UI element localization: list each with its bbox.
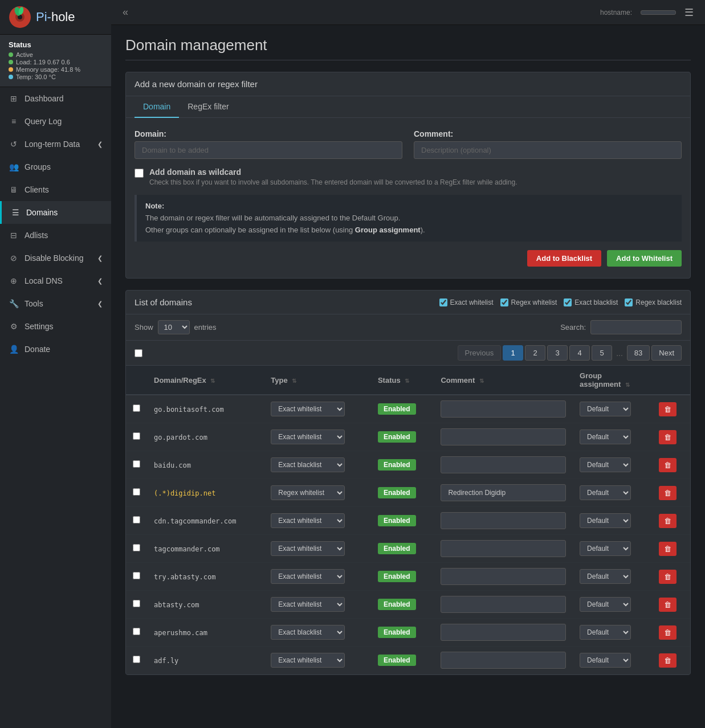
- pagination-page-5[interactable]: 5: [592, 345, 612, 361]
- comment-cell-input[interactable]: [441, 400, 566, 418]
- type-select[interactable]: Exact whitelist Exact blacklist Regex wh…: [271, 541, 345, 556]
- group-select[interactable]: Default: [580, 541, 631, 556]
- col-domain[interactable]: Domain/RegEx ⇅: [147, 366, 264, 395]
- comment-cell-input[interactable]: [441, 428, 566, 445]
- pagination-page-2[interactable]: 2: [525, 345, 545, 361]
- sidebar-collapse-button[interactable]: «: [123, 6, 128, 18]
- note-box: Note: The domain or regex filter will be…: [135, 195, 682, 242]
- type-select[interactable]: Exact whitelist Exact blacklist Regex wh…: [271, 402, 345, 416]
- comment-cell-input[interactable]: [441, 484, 566, 501]
- delete-row-button[interactable]: 🗑: [659, 570, 677, 584]
- pagination-prev-button[interactable]: Previous: [458, 345, 502, 361]
- add-blacklist-button[interactable]: Add to Blacklist: [527, 250, 601, 267]
- app-logo: Pi-hole: [0, 0, 111, 35]
- sidebar-item-dashboard[interactable]: ⊞ Dashboard: [0, 87, 111, 110]
- group-select[interactable]: Default: [580, 569, 631, 584]
- type-select[interactable]: Exact whitelist Exact blacklist Regex wh…: [271, 430, 345, 444]
- sidebar-item-tools[interactable]: 🔧 Tools ❮: [0, 292, 111, 315]
- group-select[interactable]: Default: [580, 625, 631, 640]
- comment-cell-input[interactable]: [441, 568, 566, 585]
- delete-row-button[interactable]: 🗑: [659, 486, 677, 500]
- filter-exact-blacklist-checkbox[interactable]: [564, 298, 572, 306]
- select-all-checkbox[interactable]: [135, 349, 142, 357]
- filter-exact-whitelist[interactable]: Exact whitelist: [439, 298, 494, 306]
- delete-row-button[interactable]: 🗑: [659, 653, 677, 668]
- tab-domain[interactable]: Domain: [135, 96, 179, 118]
- filter-regex-whitelist-checkbox[interactable]: [500, 298, 508, 306]
- delete-row-button[interactable]: 🗑: [659, 598, 677, 612]
- row-checkbox[interactable]: [133, 404, 140, 412]
- topbar-menu-icon[interactable]: ☰: [684, 6, 694, 19]
- sidebar-item-query-log[interactable]: ≡ Query Log: [0, 110, 111, 133]
- filter-regex-blacklist-checkbox[interactable]: [625, 298, 633, 306]
- filter-exact-whitelist-checkbox[interactable]: [439, 298, 447, 306]
- sidebar-item-settings[interactable]: ⚙ Settings: [0, 315, 111, 338]
- col-group[interactable]: Groupassignment ⇅: [573, 366, 652, 395]
- sidebar-item-groups[interactable]: 👥 Groups: [0, 156, 111, 178]
- col-type[interactable]: Type ⇅: [264, 366, 371, 395]
- row-checkbox[interactable]: [133, 656, 140, 663]
- comment-input[interactable]: [414, 141, 682, 159]
- group-select[interactable]: Default: [580, 513, 631, 528]
- row-checkbox[interactable]: [133, 600, 140, 607]
- comment-cell-input[interactable]: [441, 540, 566, 557]
- row-checkbox[interactable]: [133, 488, 140, 496]
- pagination-page-1[interactable]: 1: [503, 345, 523, 361]
- group-select[interactable]: Default: [580, 485, 631, 500]
- row-checkbox[interactable]: [133, 460, 140, 468]
- tab-regex[interactable]: RegEx filter: [179, 96, 237, 118]
- col-status[interactable]: Status ⇅: [371, 366, 434, 395]
- type-select[interactable]: Exact whitelist Exact blacklist Regex wh…: [271, 569, 345, 584]
- pagination-page-3[interactable]: 3: [547, 345, 568, 361]
- row-checkbox[interactable]: [133, 628, 140, 635]
- group-select[interactable]: Default: [580, 653, 631, 668]
- comment-cell-input[interactable]: [441, 456, 566, 473]
- sidebar-item-long-term-data[interactable]: ↺ Long-term Data ❮: [0, 133, 111, 156]
- filter-regex-whitelist[interactable]: Regex whitelist: [500, 298, 557, 306]
- group-select[interactable]: Default: [580, 402, 631, 416]
- sidebar-item-domains[interactable]: ☰ Domains: [0, 201, 111, 224]
- row-checkbox[interactable]: [133, 516, 140, 523]
- row-checkbox[interactable]: [133, 544, 140, 551]
- filter-regex-blacklist[interactable]: Regex blacklist: [625, 298, 682, 306]
- comment-cell-input[interactable]: [441, 512, 566, 529]
- group-select[interactable]: Default: [580, 430, 631, 444]
- sidebar-item-disable-blocking[interactable]: ⊘ Disable Blocking ❮: [0, 247, 111, 269]
- type-select[interactable]: Exact whitelist Exact blacklist Regex wh…: [271, 513, 345, 528]
- sidebar-item-adlists[interactable]: ⊟ Adlists: [0, 224, 111, 247]
- type-select[interactable]: Exact whitelist Exact blacklist Regex wh…: [271, 625, 345, 640]
- sidebar-item-donate[interactable]: 👤 Donate: [0, 338, 111, 361]
- sidebar-item-clients[interactable]: 🖥 Clients: [0, 178, 111, 201]
- type-select[interactable]: Exact whitelist Exact blacklist Regex wh…: [271, 457, 345, 472]
- filter-exact-blacklist[interactable]: Exact blacklist: [564, 298, 618, 306]
- col-comment[interactable]: Comment ⇅: [434, 366, 573, 395]
- group-select[interactable]: Default: [580, 597, 631, 612]
- delete-row-button[interactable]: 🗑: [659, 458, 677, 472]
- type-select[interactable]: Exact whitelist Exact blacklist Regex wh…: [271, 597, 345, 612]
- row-checkbox[interactable]: [133, 572, 140, 579]
- delete-row-button[interactable]: 🗑: [659, 430, 677, 444]
- status-badge: Enabled: [378, 599, 416, 610]
- comment-cell-input[interactable]: [441, 624, 566, 641]
- delete-row-button[interactable]: 🗑: [659, 625, 677, 640]
- group-select[interactable]: Default: [580, 457, 631, 472]
- row-checkbox[interactable]: [133, 432, 140, 440]
- pagination-page-83[interactable]: 83: [627, 345, 650, 361]
- type-select[interactable]: Exact whitelist Exact blacklist Regex wh…: [271, 485, 345, 500]
- domain-input[interactable]: [135, 141, 402, 159]
- pagination-page-4[interactable]: 4: [569, 345, 590, 361]
- search-box: Search:: [560, 320, 682, 334]
- sidebar-item-local-dns[interactable]: ⊕ Local DNS ❮: [0, 269, 111, 292]
- delete-row-button[interactable]: 🗑: [659, 402, 677, 416]
- delete-row-button[interactable]: 🗑: [659, 514, 677, 528]
- type-select[interactable]: Exact whitelist Exact blacklist Regex wh…: [271, 653, 345, 668]
- table-row: tagcommander.com Exact whitelist Exact b…: [126, 535, 690, 563]
- pagination-next-button[interactable]: Next: [651, 345, 682, 361]
- comment-cell-input[interactable]: [441, 596, 566, 613]
- domain-search-input[interactable]: [590, 320, 682, 334]
- wildcard-checkbox[interactable]: [135, 169, 144, 178]
- delete-row-button[interactable]: 🗑: [659, 542, 677, 556]
- comment-cell-input[interactable]: [441, 652, 566, 669]
- entries-per-page-select[interactable]: 10 25 50 100: [158, 320, 190, 334]
- add-whitelist-button[interactable]: Add to Whitelist: [607, 250, 682, 267]
